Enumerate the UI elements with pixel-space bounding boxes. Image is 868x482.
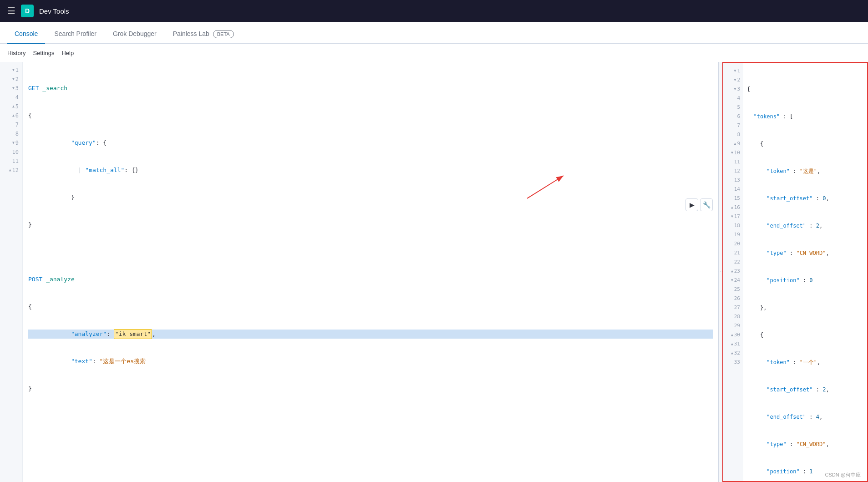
- tab-search-profiler[interactable]: Search Profiler: [47, 25, 104, 44]
- editor-line-3: "query": {: [28, 138, 713, 147]
- editor-line-7: [28, 248, 713, 257]
- code-editor[interactable]: ▼1 ▼2 ▼3 4 ▲5 ▲6 7 8 ▼9 10 11 ▲12 GET _s…: [0, 62, 718, 482]
- help-button[interactable]: Help: [61, 50, 74, 56]
- editor-line-9: {: [28, 302, 713, 311]
- line-numbers: ▼1 ▼2 ▼3 4 ▲5 ▲6 7 8 ▼9 10 11 ▲12: [0, 62, 23, 482]
- panel-divider[interactable]: ⋮: [719, 62, 722, 482]
- editor-line-8: POST _analyze: [28, 275, 713, 284]
- out-line-7: "type" : "CN_WORD",: [747, 249, 863, 258]
- editor-line-12: }: [28, 384, 713, 393]
- out-line-8: "position" : 0: [747, 276, 863, 285]
- editor-line-11: "text": "这是一个es搜索: [28, 357, 713, 366]
- editor-line-4: | "match_all": {}: [28, 166, 713, 175]
- history-button[interactable]: History: [7, 50, 25, 56]
- nav-tabs: Console Search Profiler Grok Debugger Pa…: [0, 22, 868, 44]
- out-line-10: {: [747, 330, 863, 340]
- beta-badge: BETA: [213, 30, 234, 38]
- output-code-content: { "tokens" : [ { "token" : "这是", "start_…: [743, 63, 867, 481]
- output-code[interactable]: ▼1 ▼2 ▼3 4 5 6 7 8 ▲9 ▼10 11 12 13 14 15…: [723, 63, 867, 481]
- editor-line-2: {: [28, 111, 713, 120]
- out-line-4: "token" : "这是",: [747, 167, 863, 176]
- out-line-14: "type" : "CN_WORD",: [747, 440, 863, 449]
- out-line-12: "start_offset" : 2,: [747, 385, 863, 394]
- tab-console[interactable]: Console: [7, 25, 45, 44]
- out-line-13: "end_offset" : 4,: [747, 412, 863, 421]
- editor-line-5: }: [28, 193, 713, 202]
- editor-line-6: }: [28, 220, 713, 229]
- out-line-11: "token" : "一个",: [747, 358, 863, 367]
- app-logo: D: [21, 5, 34, 17]
- editor-line-10: "analyzer": "ik_smart",: [28, 330, 713, 339]
- output-panel: ▼1 ▼2 ▼3 4 5 6 7 8 ▲9 ▼10 11 12 13 14 15…: [722, 62, 868, 482]
- app-title: Dev Tools: [39, 7, 69, 15]
- out-line-6: "end_offset" : 2,: [747, 221, 863, 230]
- tab-painless-lab[interactable]: Painless Lab BETA: [166, 25, 241, 44]
- wrench-button[interactable]: 🔧: [700, 198, 713, 211]
- out-line-2: "tokens" : [: [747, 112, 863, 121]
- out-line-5: "start_offset" : 0,: [747, 194, 863, 203]
- editor-panel: ▼1 ▼2 ▼3 4 ▲5 ▲6 7 8 ▼9 10 11 ▲12 GET _s…: [0, 62, 719, 482]
- main-content: ▼1 ▼2 ▼3 4 ▲5 ▲6 7 8 ▼9 10 11 ▲12 GET _s…: [0, 62, 868, 482]
- tab-grok-debugger[interactable]: Grok Debugger: [106, 25, 164, 44]
- out-line-3: {: [747, 139, 863, 148]
- settings-button[interactable]: Settings: [33, 50, 54, 56]
- out-line-9: },: [747, 303, 863, 312]
- code-content[interactable]: GET _search { "query": { | "match_all": …: [23, 62, 718, 482]
- top-bar: ☰ D Dev Tools: [0, 0, 868, 22]
- editor-line-1: GET _search: [28, 84, 713, 93]
- run-button[interactable]: ▶: [685, 198, 698, 211]
- watermark: CSDN @何中应: [825, 472, 861, 478]
- hamburger-icon[interactable]: ☰: [7, 5, 15, 16]
- toolbar: History Settings Help: [0, 44, 868, 62]
- out-line-1: {: [747, 85, 863, 94]
- action-buttons: ▶ 🔧: [685, 198, 713, 211]
- output-line-numbers: ▼1 ▼2 ▼3 4 5 6 7 8 ▲9 ▼10 11 12 13 14 15…: [723, 63, 743, 481]
